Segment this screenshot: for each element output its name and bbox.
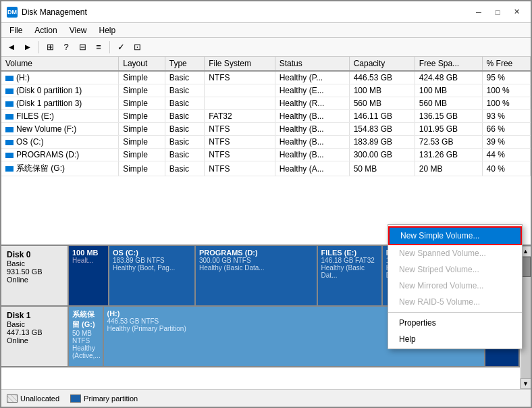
legend-unalloc-box xyxy=(7,394,18,403)
table-row[interactable]: PROGRAMS (D:) Simple Basic NTFS Healthy … xyxy=(1,149,531,161)
table-row[interactable]: OS (C:) Simple Basic NTFS Healthy (B... … xyxy=(1,136,531,149)
legend-unallocated: Unallocated xyxy=(7,394,59,403)
ctx-new-mirrored: New Mirrored Volume... xyxy=(388,278,522,294)
disk0-part2-size: 300.00 GB NTFS xyxy=(199,257,313,264)
ctx-help[interactable]: Help xyxy=(388,331,522,347)
disk0-part0-name: 100 MB xyxy=(72,249,105,257)
toolbar-separator-2 xyxy=(109,41,110,53)
disk1-part0[interactable]: 系統保留 (G:) 50 MB NTFS Healthy (Active,... xyxy=(69,307,104,366)
maximize-button[interactable]: □ xyxy=(489,5,506,19)
title-bar: DM Disk Management ─ □ ✕ xyxy=(1,1,531,23)
table-row[interactable]: 系统保留 (G:) Simple Basic NTFS Healthy (A..… xyxy=(1,161,531,176)
disk0-part1[interactable]: OS (C:) 183.89 GB NTFS Healthy (Boot, Pa… xyxy=(109,246,196,305)
close-button[interactable]: ✕ xyxy=(508,5,525,19)
col-type: Type xyxy=(165,57,204,71)
table-row[interactable]: (Disk 1 partition 3) Simple Basic Health… xyxy=(1,97,531,110)
disk0-part0[interactable]: 100 MB Healt... xyxy=(69,246,109,305)
table-row[interactable]: FILES (E:) Simple Basic FAT32 Healthy (B… xyxy=(1,110,531,123)
legend-primary-box xyxy=(70,394,81,403)
disk0-status: Online xyxy=(7,276,62,284)
col-status: Status xyxy=(275,57,349,71)
toolbar-btn-menu[interactable]: ≡ xyxy=(91,40,106,55)
disk0-size: 931.50 GB xyxy=(7,267,62,276)
disk1-part0-name: 系統保留 (G:) xyxy=(72,309,99,330)
disk0-part2[interactable]: PROGRAMS (D:) 300.00 GB NTFS Healthy (Ba… xyxy=(196,246,318,305)
disk1-part0-status: Healthy (Active,... xyxy=(72,345,99,359)
table-row[interactable]: (Disk 0 partition 1) Simple Basic Health… xyxy=(1,84,531,97)
menu-file[interactable]: File xyxy=(4,24,28,36)
toolbar: ◄ ► ⊞ ? ⊟ ≡ ✓ ⊡ xyxy=(1,38,531,57)
ctx-new-striped: New Striped Volume... xyxy=(388,261,522,278)
col-layout: Layout xyxy=(119,57,165,71)
ctx-properties[interactable]: Properties xyxy=(388,315,522,331)
title-bar-controls: ─ □ ✕ xyxy=(470,5,525,19)
table-row[interactable]: (H:) Simple Basic NTFS Healthy (P... 446… xyxy=(1,71,531,84)
disk1-label: Disk 1 Basic 447.13 GB Online xyxy=(1,307,69,366)
legend-primary: Primary partition xyxy=(70,394,138,403)
ctx-new-simple[interactable]: New Simple Volume... xyxy=(388,226,522,245)
disk1-name: Disk 1 xyxy=(7,311,62,320)
disk0-type: Basic xyxy=(7,259,62,267)
toolbar-btn-help[interactable]: ? xyxy=(59,40,74,55)
legend: Unallocated Primary partition xyxy=(1,389,531,407)
col-free: Free Spa... xyxy=(415,57,482,71)
disk0-part1-size: 183.89 GB NTFS xyxy=(113,257,191,264)
disk1-type: Basic xyxy=(7,320,62,328)
disk-table-area: Volume Layout Type File System Status Ca… xyxy=(1,57,531,246)
toolbar-btn-minus[interactable]: ⊟ xyxy=(75,40,90,55)
minimize-button[interactable]: ─ xyxy=(470,5,487,19)
forward-button[interactable]: ► xyxy=(20,40,35,55)
legend-unalloc-label: Unallocated xyxy=(20,394,59,403)
toolbar-btn-box[interactable]: ⊡ xyxy=(130,40,144,55)
menu-action[interactable]: Action xyxy=(29,24,62,36)
col-fs: File System xyxy=(205,57,275,71)
toolbar-separator-1 xyxy=(38,41,39,53)
disk-table: Volume Layout Type File System Status Ca… xyxy=(1,57,531,176)
disk0-part3-size: 146.18 GB FAT32 xyxy=(321,257,378,264)
disk0-name: Disk 0 xyxy=(7,250,62,259)
app-icon: DM xyxy=(7,7,18,18)
title-bar-text: Disk Management xyxy=(22,7,87,17)
menu-view[interactable]: View xyxy=(64,24,92,36)
context-menu: New Simple Volume... New Spanned Volume.… xyxy=(388,224,523,349)
disk0-part2-status: Healthy (Basic Data... xyxy=(199,264,313,272)
scroll-down[interactable]: ▼ xyxy=(521,378,531,389)
ctx-separator xyxy=(388,312,522,313)
main-window: DM Disk Management ─ □ ✕ File Action Vie… xyxy=(0,0,532,408)
menu-help[interactable]: Help xyxy=(94,24,122,36)
table-row[interactable]: New Volume (F:) Simple Basic NTFS Health… xyxy=(1,123,531,136)
disk0-part2-name: PROGRAMS (D:) xyxy=(199,249,313,257)
col-volume: Volume xyxy=(1,57,119,71)
ctx-new-spanned: New Spanned Volume... xyxy=(388,245,522,261)
disk1-size: 447.13 GB xyxy=(7,328,62,336)
menu-bar: File Action View Help xyxy=(1,23,531,38)
disk0-label: Disk 0 Basic 931.50 GB Online xyxy=(1,246,69,305)
disk0-part0-status: Healt... xyxy=(72,257,105,264)
disk1-part0-size: 50 MB NTFS xyxy=(72,330,99,345)
disk0-part3[interactable]: FILES (E:) 146.18 GB FAT32 Healthy (Basi… xyxy=(318,246,383,305)
disk0-part3-status: Healthy (Basic Dat... xyxy=(321,264,378,279)
disk1-status: Online xyxy=(7,336,62,345)
col-pct: % Free xyxy=(482,57,530,71)
legend-primary-label: Primary partition xyxy=(84,394,138,403)
disk0-part3-name: FILES (E:) xyxy=(321,249,378,257)
col-capacity: Capacity xyxy=(349,57,415,71)
disk0-part1-status: Healthy (Boot, Pag... xyxy=(113,264,191,272)
toolbar-btn-check[interactable]: ✓ xyxy=(113,40,128,55)
ctx-new-raid5: New RAID-5 Volume... xyxy=(388,294,522,310)
disk0-part1-name: OS (C:) xyxy=(113,249,191,257)
back-button[interactable]: ◄ xyxy=(4,40,19,55)
toolbar-btn-grid[interactable]: ⊞ xyxy=(43,40,57,55)
title-bar-left: DM Disk Management xyxy=(7,7,87,18)
